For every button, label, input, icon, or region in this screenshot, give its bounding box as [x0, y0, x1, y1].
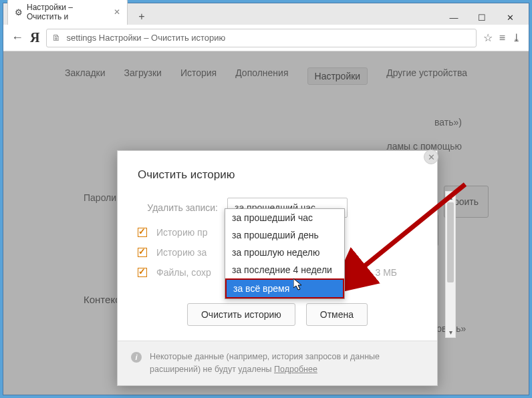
footer-text: Некоторые данные (например, история запр… [150, 352, 380, 374]
gear-icon: ⚙ [15, 7, 23, 17]
download-button[interactable]: ⤓ [512, 31, 521, 44]
window-controls: — ☐ ✕ [440, 10, 525, 25]
dialog-body: Очистить историю Удалить записи: за прош… [118, 151, 437, 278]
checkbox-downloads-label: Историю за [156, 247, 207, 258]
toolbar: ← Я 🗎 settings Настройки – Очистить исто… [3, 25, 529, 51]
checkbox-cache-label: Файлы, сохр [156, 267, 211, 278]
close-window-button[interactable]: ✕ [497, 10, 523, 25]
option-past-day[interactable]: за прошедший день [225, 226, 344, 244]
address-text: settings Настройки – Очистить историю [66, 33, 225, 43]
option-all-time[interactable]: за всё время [225, 278, 344, 298]
yandex-logo[interactable]: Я [30, 30, 39, 45]
footer-link[interactable]: Подробнее [274, 365, 317, 374]
close-tab-icon[interactable]: ✕ [114, 7, 120, 17]
minimize-button[interactable]: — [440, 10, 467, 25]
checkbox-downloads[interactable] [138, 248, 147, 257]
clear-history-dialog: ✕ Очистить историю Удалить записи: за пр… [117, 150, 438, 386]
scrollbar[interactable]: ▴ ▾ [445, 191, 456, 338]
scroll-up-icon[interactable]: ▴ [446, 192, 455, 202]
address-bar[interactable]: 🗎 settings Настройки – Очистить историю [46, 29, 476, 47]
scroll-down-icon[interactable]: ▾ [446, 327, 455, 337]
browser-window: ⚙ Настройки – Очистить и ✕ + — ☐ ✕ ← Я 🗎… [3, 3, 529, 395]
option-past-week[interactable]: за прошлую неделю [225, 244, 344, 261]
dialog-title: Очистить историю [138, 168, 417, 182]
checkbox-history[interactable] [138, 228, 147, 237]
time-range-dropdown: за прошедший час за прошедший день за пр… [225, 208, 345, 299]
cancel-button[interactable]: Отмена [306, 303, 368, 326]
info-icon: i [131, 352, 142, 363]
cache-size: 3 МБ [375, 267, 417, 278]
menu-button[interactable]: ≡ [499, 32, 505, 44]
tab-settings[interactable]: ⚙ Настройки – Очистить и ✕ [7, 0, 128, 25]
checkbox-cache[interactable] [138, 268, 147, 277]
delete-records-label: Удалить записи: [138, 202, 218, 213]
tab-bar: ⚙ Настройки – Очистить и ✕ + — ☐ ✕ [3, 3, 529, 25]
scroll-thumb[interactable] [447, 202, 454, 282]
back-button[interactable]: ← [11, 31, 23, 45]
maximize-button[interactable]: ☐ [469, 10, 495, 25]
clear-history-button[interactable]: Очистить историю [187, 303, 295, 326]
bookmark-button[interactable]: ☆ [483, 31, 493, 44]
checkbox-history-label: Историю пр [156, 227, 207, 238]
page-icon: 🗎 [52, 33, 61, 43]
dialog-close-button[interactable]: ✕ [424, 150, 438, 164]
content-area: Закладки Загрузки История Дополнения Нас… [3, 51, 529, 395]
option-past-hour[interactable]: за прошедший час [225, 209, 344, 226]
new-tab-button[interactable]: + [133, 9, 150, 25]
dialog-footer: i Некоторые данные (например, история за… [118, 341, 437, 385]
option-past-4-weeks[interactable]: за последние 4 недели [225, 261, 344, 278]
tab-title: Настройки – Очистить и [27, 3, 107, 21]
